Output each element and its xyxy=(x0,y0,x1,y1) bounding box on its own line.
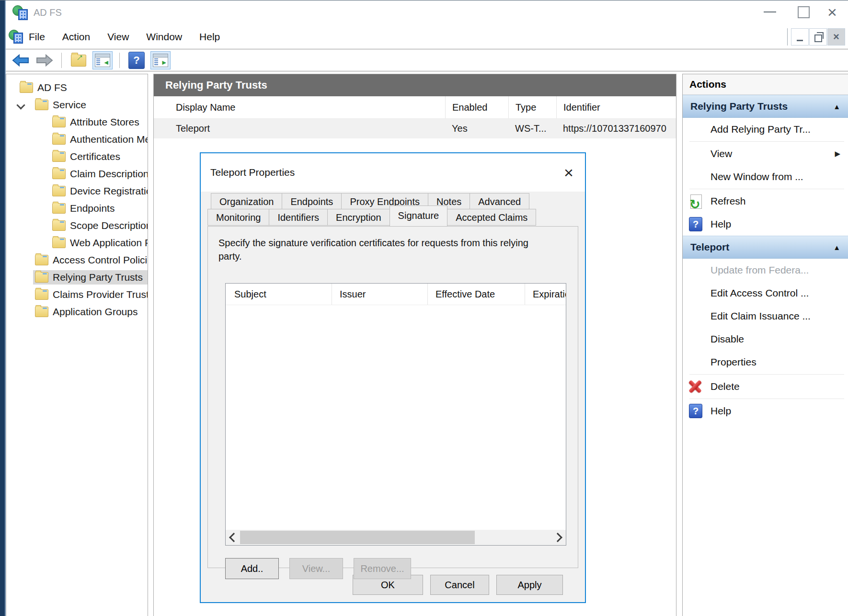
column-header-enabled[interactable]: Enabled xyxy=(445,96,508,118)
separator xyxy=(689,374,844,375)
action-add-relying-party-trust[interactable]: Add Relying Party Tr... xyxy=(683,118,848,141)
help-button[interactable]: ? xyxy=(126,51,147,69)
column-header-issuer[interactable]: Issuer xyxy=(332,284,427,305)
menu-help[interactable]: Help xyxy=(199,31,220,43)
view-button[interactable]: View... xyxy=(289,558,343,579)
tree-item-endpoints[interactable]: Endpoints xyxy=(6,200,148,217)
adfs-app-icon-small xyxy=(9,29,23,44)
menu-action[interactable]: Action xyxy=(62,31,90,43)
maximize-button[interactable] xyxy=(792,0,814,23)
export-list-button[interactable]: → xyxy=(69,51,89,69)
action-edit-access-control[interactable]: Edit Access Control ... xyxy=(683,282,848,305)
list-header-row: Display Name Enabled Type Identifier xyxy=(154,96,676,119)
tree-item-service[interactable]: Service xyxy=(6,96,148,114)
tree-item-authentication-methods[interactable]: Authentication Meth xyxy=(6,131,148,148)
tree-item-claim-descriptions[interactable]: Claim Descriptions xyxy=(6,165,148,183)
certificate-list-header: Subject Issuer Effective Date Expiratio xyxy=(226,284,566,305)
scrollbar-track[interactable] xyxy=(240,530,551,545)
apply-button[interactable]: Apply xyxy=(496,575,563,595)
column-header-effective-date[interactable]: Effective Date xyxy=(427,284,525,305)
child-minimize-button[interactable] xyxy=(791,28,809,46)
scroll-right-button[interactable] xyxy=(551,530,566,545)
tree-item-web-application-proxy[interactable]: Web Application Pro xyxy=(6,234,148,251)
tree-item-scope-descriptions[interactable]: Scope Descriptions xyxy=(6,217,148,234)
dialog-title: Teleport Properties xyxy=(210,153,295,192)
show-console-tree-button[interactable]: ◀ xyxy=(92,51,113,69)
remove-button[interactable]: Remove... xyxy=(354,558,411,579)
actions-pane-title: Actions xyxy=(683,74,848,95)
scroll-left-button[interactable] xyxy=(226,530,240,545)
add-button[interactable]: Add.. xyxy=(225,558,279,579)
tab-endpoints[interactable]: Endpoints xyxy=(282,193,342,209)
tree-item-certificates[interactable]: Certificates xyxy=(6,148,148,165)
collapse-arrow-icon[interactable]: ▲ xyxy=(833,243,840,251)
chevron-down-icon[interactable] xyxy=(16,100,26,110)
tab-signature[interactable]: Signature xyxy=(390,205,448,226)
tree-item-device-registration[interactable]: Device Registration xyxy=(6,183,148,200)
teleport-properties-dialog: Teleport Properties × Organization Endpo… xyxy=(200,152,586,603)
tree-selection: Relying Party Trusts xyxy=(33,270,148,285)
tab-identifiers[interactable]: Identifiers xyxy=(269,209,328,226)
action-properties[interactable]: Properties xyxy=(683,351,848,374)
separator xyxy=(689,189,844,189)
action-edit-claim-issuance[interactable]: Edit Claim Issuance ... xyxy=(683,305,848,328)
back-arrow-icon xyxy=(12,54,29,67)
tab-advanced[interactable]: Advanced xyxy=(470,193,529,209)
menu-view[interactable]: View xyxy=(107,31,129,43)
tree-item-adfs-root[interactable]: AD FS xyxy=(6,79,148,96)
folder-icon xyxy=(52,169,66,179)
action-refresh[interactable]: ↻ Refresh xyxy=(683,190,848,213)
forward-arrow-icon xyxy=(36,54,53,67)
tree-item-claims-provider-trusts[interactable]: Claims Provider Trusts xyxy=(6,286,148,303)
folder-icon xyxy=(35,100,48,110)
dialog-close-button[interactable]: × xyxy=(559,163,578,182)
dialog-titlebar: Teleport Properties × xyxy=(201,153,585,192)
scrollbar-thumb[interactable] xyxy=(240,531,475,544)
action-help[interactable]: ? Help xyxy=(683,213,848,236)
tree-item-relying-party-trusts[interactable]: Relying Party Trusts xyxy=(6,269,148,286)
minimize-button[interactable] xyxy=(759,0,781,23)
menu-file[interactable]: File xyxy=(29,31,45,43)
cell-enabled: Yes xyxy=(445,119,508,138)
action-update-from-federation[interactable]: Update from Federa... xyxy=(683,259,848,282)
actions-section-relying-party-trusts[interactable]: Relying Party Trusts ▲ xyxy=(683,95,848,118)
folder-icon xyxy=(35,272,48,283)
results-pane-header: Relying Party Trusts xyxy=(154,74,676,96)
menu-window[interactable]: Window xyxy=(146,31,182,43)
tab-accepted-claims[interactable]: Accepted Claims xyxy=(447,209,536,226)
back-button[interactable] xyxy=(11,51,31,69)
column-header-identifier[interactable]: Identifier xyxy=(556,96,676,118)
close-icon: × xyxy=(564,163,573,182)
separator xyxy=(689,399,844,399)
action-new-window[interactable]: New Window from ... xyxy=(683,165,848,188)
action-disable[interactable]: Disable xyxy=(683,328,848,351)
child-restore-icon xyxy=(814,34,822,42)
maximize-icon xyxy=(798,6,810,18)
tree-item-access-control-policies[interactable]: Access Control Policies xyxy=(6,251,148,269)
forward-button[interactable] xyxy=(34,51,55,69)
tab-organization[interactable]: Organization xyxy=(211,193,282,209)
folder-icon xyxy=(52,186,66,196)
menubar: File Action View Window Help × xyxy=(6,24,848,49)
action-delete[interactable]: Delete xyxy=(683,375,848,398)
action-view[interactable]: View ▶ xyxy=(683,142,848,165)
actions-section-teleport[interactable]: Teleport ▲ xyxy=(683,236,848,259)
child-restore-button[interactable] xyxy=(809,28,827,46)
tree-item-application-groups[interactable]: Application Groups xyxy=(6,303,148,320)
show-action-pane-button[interactable]: ▶ xyxy=(150,51,171,69)
signature-tab-page: Specify the signature verification certi… xyxy=(207,226,578,568)
tab-encryption[interactable]: Encryption xyxy=(327,209,390,226)
collapse-arrow-icon[interactable]: ▲ xyxy=(833,103,840,111)
column-header-subject[interactable]: Subject xyxy=(226,284,332,305)
tab-monitoring[interactable]: Monitoring xyxy=(207,209,269,226)
child-close-button[interactable]: × xyxy=(827,28,845,46)
table-row-teleport[interactable]: Teleport Yes WS-T... https://10701337160… xyxy=(154,119,676,138)
tree-item-attribute-stores[interactable]: Attribute Stores xyxy=(6,114,148,131)
action-help-teleport[interactable]: ? Help xyxy=(683,399,848,422)
column-header-expiration[interactable]: Expiratio xyxy=(525,284,566,305)
close-button[interactable]: × xyxy=(821,0,843,23)
delete-icon xyxy=(688,379,703,394)
cancel-button[interactable]: Cancel xyxy=(430,575,489,595)
column-header-type[interactable]: Type xyxy=(508,96,556,118)
column-header-display-name[interactable]: Display Name xyxy=(154,96,445,118)
